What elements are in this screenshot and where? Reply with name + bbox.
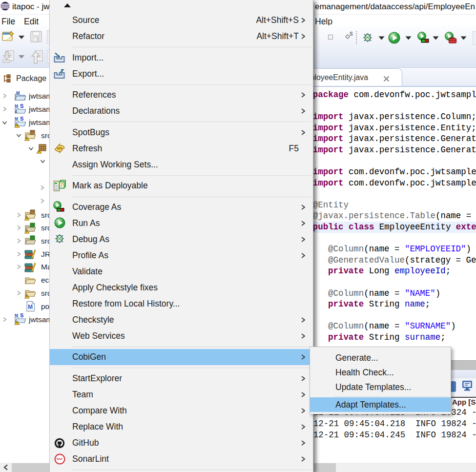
svg-text:1: 1	[15, 109, 18, 114]
svg-text:M: M	[15, 313, 18, 318]
svg-text:S: S	[350, 31, 353, 37]
svg-text:M: M	[15, 117, 18, 121]
svg-text:M: M	[15, 103, 18, 108]
svg-text:S: S	[20, 117, 23, 122]
svg-text:S: S	[20, 103, 23, 109]
svg-text:S: S	[20, 313, 23, 318]
svg-text:M: M	[28, 304, 33, 310]
svg-text:M: M	[16, 91, 20, 95]
